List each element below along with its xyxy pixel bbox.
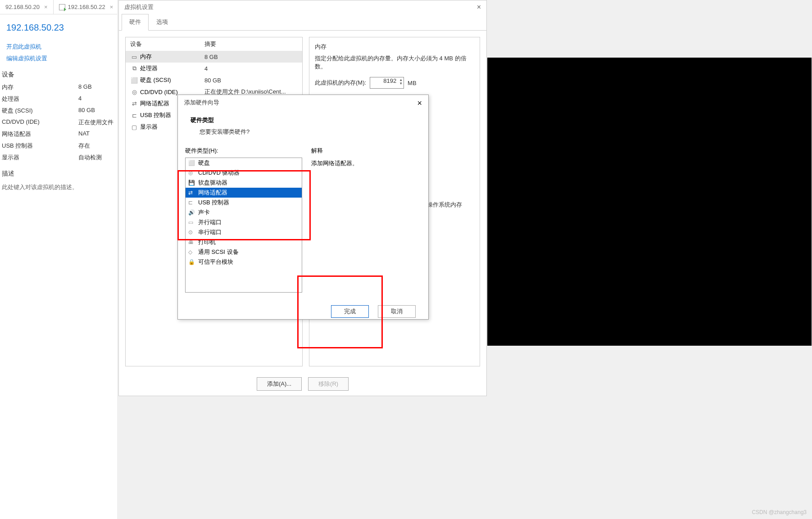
device-name: 硬盘 (SCSI) — [140, 76, 171, 84]
device-name: CD/DVD (IDE) — [140, 89, 178, 95]
usb-icon: ⊏ — [130, 112, 138, 119]
disk-icon: ⬜ — [188, 160, 195, 166]
add-hardware-wizard: 添加硬件向导 × 硬件类型 您要安装哪类硬件? 硬件类型(H): ⬜硬盘◎CD/… — [177, 95, 429, 320]
item-label: 并行端口 — [198, 218, 222, 226]
hardware-type-label: 硬件类型(H): — [185, 147, 302, 155]
memory-input[interactable]: 8192 ▲▼ — [370, 77, 404, 89]
explain-text: 添加网络适配器。 — [311, 159, 421, 167]
hardware-type-item[interactable]: 🖶打印机 — [186, 237, 302, 247]
os-memory-note: 操作系统内存 — [427, 201, 462, 209]
close-icon[interactable]: × — [110, 4, 113, 10]
hardware-type-item[interactable]: ▭并行端口 — [186, 217, 302, 227]
cd-icon: ◎ — [130, 89, 138, 95]
add-button[interactable]: 添加(A)... — [257, 377, 302, 391]
nic-icon: ⇄ — [188, 190, 195, 196]
spec-label: 显示器 — [2, 153, 78, 162]
col-device: 设备 — [130, 40, 204, 48]
watermark: CSDN @zhangchang3 — [752, 509, 807, 515]
close-icon[interactable]: × — [477, 3, 481, 11]
device-name: USB 控制器 — [140, 111, 171, 119]
dialog-title: 虚拟机设置 — [124, 3, 154, 11]
close-icon[interactable]: × — [44, 4, 48, 10]
device-name: 网络适配器 — [140, 99, 169, 108]
hardware-row[interactable]: ⧉处理器4 — [126, 63, 302, 74]
spec-label: 内存 — [2, 83, 78, 91]
spec-label: 处理器 — [2, 95, 78, 103]
tab-vm-0[interactable]: 92.168.50.20 × — [0, 0, 54, 14]
tab-label: 92.168.50.20 — [5, 4, 40, 10]
hardware-type-item[interactable]: ⊙串行端口 — [186, 227, 302, 237]
parallel-icon: ▭ — [188, 219, 195, 226]
remove-button: 移除(R) — [308, 377, 349, 391]
item-label: USB 控制器 — [198, 199, 229, 207]
hardware-type-item[interactable]: 🔊声卡 — [186, 208, 302, 217]
vm-title: 192.168.50.23 — [0, 14, 117, 41]
serial-icon: ⊙ — [188, 229, 195, 235]
explain-label: 解释 — [311, 147, 421, 155]
spec-value: 4 — [78, 95, 82, 103]
edit-settings-link[interactable]: 编辑虚拟机设置 — [0, 53, 117, 64]
memory-unit: MB — [408, 80, 417, 86]
spec-value: 正在使用文件 — [78, 118, 113, 126]
tab-options[interactable]: 选项 — [149, 14, 176, 30]
spec-value: 存在 — [78, 142, 90, 150]
hardware-type-item[interactable]: ◇通用 SCSI 设备 — [186, 247, 302, 257]
hardware-type-list[interactable]: ⬜硬盘◎CD/DVD 驱动器💾软盘驱动器⇄网络适配器⊏USB 控制器🔊声卡▭并行… — [185, 158, 302, 293]
tab-vm-1[interactable]: 192.168.50.22 × — [54, 0, 119, 14]
item-label: 软盘驱动器 — [198, 179, 227, 187]
spec-row[interactable]: CD/DVD (IDE)正在使用文件 — [0, 117, 117, 128]
left-sidebar: 92.168.50.20 × 192.168.50.22 × 192.168.5… — [0, 0, 117, 519]
tab-hardware[interactable]: 硬件 — [122, 14, 149, 31]
close-icon[interactable]: × — [417, 99, 422, 108]
spec-label: 硬盘 (SCSI) — [2, 107, 78, 115]
memory-heading: 内存 — [315, 43, 474, 51]
hardware-type-item[interactable]: ⬜硬盘 — [186, 158, 302, 168]
hardware-type-item[interactable]: 💾软盘驱动器 — [186, 178, 302, 188]
cd-icon: ◎ — [188, 170, 195, 176]
spec-value: 80 GB — [78, 107, 95, 115]
spinner-icon[interactable]: ▲▼ — [399, 78, 403, 86]
item-label: 声卡 — [198, 208, 210, 217]
spec-row[interactable]: 处理器4 — [0, 93, 117, 105]
printer-icon: 🖶 — [188, 239, 195, 245]
power-on-link[interactable]: 开启此虚拟机 — [0, 41, 117, 53]
wizard-question: 您要安装哪类硬件? — [178, 126, 428, 142]
spec-row[interactable]: 内存8 GB — [0, 81, 117, 93]
floppy-icon: 💾 — [188, 180, 195, 186]
usb-icon: ⊏ — [188, 199, 195, 206]
hardware-type-item[interactable]: ⊏USB 控制器 — [186, 198, 302, 208]
spec-row[interactable]: 显示器自动检测 — [0, 152, 117, 163]
finish-button[interactable]: 完成 — [331, 305, 369, 318]
device-name: 处理器 — [140, 64, 158, 72]
memory-icon: ▭ — [130, 54, 138, 60]
spec-label: CD/DVD (IDE) — [2, 118, 78, 126]
item-label: 网络适配器 — [198, 189, 227, 197]
spec-row[interactable]: 硬盘 (SCSI)80 GB — [0, 105, 117, 117]
spec-row[interactable]: 网络适配器NAT — [0, 128, 117, 140]
spec-row[interactable]: USB 控制器存在 — [0, 140, 117, 152]
hardware-type-item[interactable]: ⇄网络适配器 — [186, 188, 302, 198]
vm-console-preview[interactable] — [487, 58, 812, 346]
item-label: 硬盘 — [198, 159, 210, 167]
memory-label: 此虚拟机的内存(M): — [315, 79, 366, 87]
hardware-row[interactable]: ⬜硬盘 (SCSI)80 GB — [126, 74, 302, 86]
sound-icon: 🔊 — [188, 209, 195, 216]
device-name: 内存 — [140, 53, 152, 61]
device-name: 显示器 — [140, 123, 158, 131]
device-summary: 4 — [204, 65, 208, 72]
nic-icon: ⇄ — [130, 100, 138, 107]
cpu-icon: ⧉ — [130, 65, 138, 72]
disk-icon: ⬜ — [130, 77, 138, 84]
wizard-subtitle: 硬件类型 — [178, 114, 428, 126]
hardware-type-item[interactable]: ◎CD/DVD 驱动器 — [186, 168, 302, 178]
item-label: 串行端口 — [198, 228, 222, 236]
desc-header: 描述 — [0, 163, 117, 181]
wizard-title: 添加硬件向导 — [184, 99, 219, 108]
hardware-type-item[interactable]: 🔒可信平台模块 — [186, 257, 302, 267]
desc-placeholder[interactable]: 此处键入对该虚拟机的描述。 — [0, 181, 117, 194]
spec-label: USB 控制器 — [2, 142, 78, 150]
tab-label: 192.168.50.22 — [68, 4, 105, 10]
cancel-button[interactable]: 取消 — [378, 305, 416, 318]
item-label: 通用 SCSI 设备 — [198, 248, 239, 256]
hardware-row[interactable]: ▭内存8 GB — [126, 51, 302, 63]
